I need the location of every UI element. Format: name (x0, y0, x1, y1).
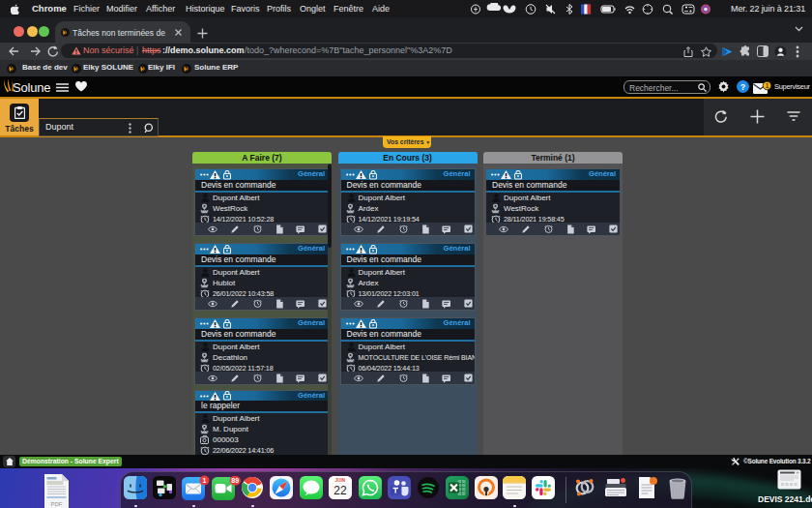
svg-text:89: 89 (231, 477, 239, 484)
svg-text:?: ? (740, 81, 746, 91)
svg-text:PDF: PDF (51, 501, 63, 507)
svg-text:22: 22 (334, 484, 347, 497)
svg-text:1: 1 (766, 82, 769, 89)
svg-text:1: 1 (203, 477, 207, 484)
svg-text:JUIN: JUIN (335, 478, 345, 483)
